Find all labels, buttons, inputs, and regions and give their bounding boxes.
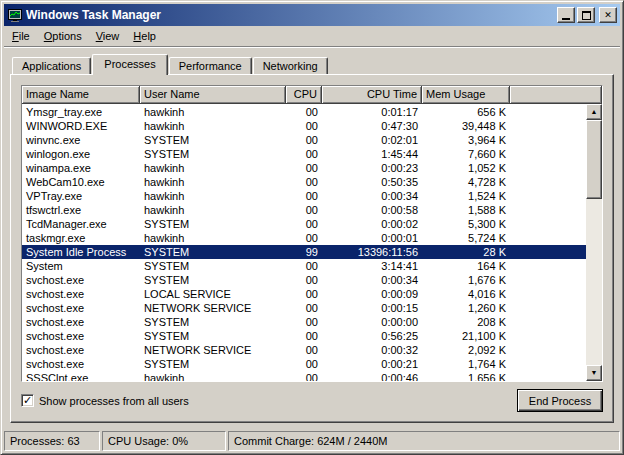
titlebar[interactable]: Windows Task Manager ✕ <box>4 4 620 26</box>
scroll-track[interactable] <box>586 120 602 365</box>
menu-view[interactable]: View <box>89 27 127 45</box>
row-filler <box>510 175 586 189</box>
column-header-mem-usage[interactable]: Mem Usage <box>422 86 510 104</box>
process-mem-usage: 164 K <box>422 259 510 273</box>
task-manager-icon <box>8 8 22 22</box>
process-row[interactable]: svchost.exe NETWORK SERVICE 00 0:00:15 1… <box>22 301 586 315</box>
menu-help[interactable]: Help <box>126 27 163 45</box>
column-header-cpu-time[interactable]: CPU Time <box>322 86 422 104</box>
tab-performance[interactable]: Performance <box>169 57 252 74</box>
menu-bar: File Options View Help <box>4 26 620 46</box>
tab-networking[interactable]: Networking <box>253 57 328 74</box>
column-header-image-name[interactable]: Image Name <box>22 86 140 104</box>
menu-separator <box>4 46 620 48</box>
process-row[interactable]: svchost.exe NETWORK SERVICE 00 0:00:32 2… <box>22 343 586 357</box>
tab-applications[interactable]: Applications <box>12 57 91 74</box>
process-row[interactable]: svchost.exe SYSTEM 00 0:00:21 1,764 K <box>22 357 586 371</box>
process-user-name: SYSTEM <box>140 357 286 371</box>
process-cpu: 00 <box>286 259 322 273</box>
minimize-icon <box>562 18 570 20</box>
process-row[interactable]: VPTray.exe hawkinh 00 0:00:34 1,524 K <box>22 189 586 203</box>
process-user-name: SYSTEM <box>140 273 286 287</box>
process-image-name: svchost.exe <box>22 273 140 287</box>
process-cpu: 00 <box>286 301 322 315</box>
process-mem-usage: 5,724 K <box>422 231 510 245</box>
process-user-name: SYSTEM <box>140 147 286 161</box>
process-mem-usage: 1,764 K <box>422 357 510 371</box>
process-mem-usage: 1,676 K <box>422 273 510 287</box>
process-cpu-time: 0:00:58 <box>322 203 422 217</box>
column-header-cpu[interactable]: CPU <box>286 86 322 104</box>
process-cpu-time: 0:50:35 <box>322 175 422 189</box>
process-user-name: SYSTEM <box>140 315 286 329</box>
process-cpu-time: 0:00:15 <box>322 301 422 315</box>
status-bar: Processes: 63 CPU Usage: 0% Commit Charg… <box>4 431 620 451</box>
process-row[interactable]: svchost.exe SYSTEM 00 0:00:34 1,676 K <box>22 273 586 287</box>
process-row[interactable]: winlogon.exe SYSTEM 00 1:45:44 7,660 K <box>22 147 586 161</box>
show-all-users-checkbox[interactable]: ✓ <box>21 394 34 407</box>
process-row[interactable]: WINWORD.EXE hawkinh 00 0:47:30 39,448 K <box>22 119 586 133</box>
process-cpu: 00 <box>286 315 322 329</box>
process-row[interactable]: winvnc.exe SYSTEM 00 0:02:01 3,964 K <box>22 133 586 147</box>
process-user-name: hawkinh <box>140 231 286 245</box>
scroll-down-button[interactable]: ▼ <box>586 365 602 381</box>
process-mem-usage: 28 K <box>422 245 510 259</box>
process-user-name: SYSTEM <box>140 133 286 147</box>
show-all-users-label[interactable]: Show processes from all users <box>39 395 189 407</box>
process-row[interactable]: svchost.exe SYSTEM 00 0:00:00 208 K <box>22 315 586 329</box>
task-manager-window: Windows Task Manager ✕ File Options View… <box>0 0 624 455</box>
process-row[interactable]: taskmgr.exe hawkinh 00 0:00:01 5,724 K <box>22 231 586 245</box>
process-row[interactable]: tfswctrl.exe hawkinh 00 0:00:58 1,588 K <box>22 203 586 217</box>
close-button[interactable]: ✕ <box>599 7 617 23</box>
row-filler <box>510 203 586 217</box>
process-row[interactable]: SSSClnt.exe hawkinh 00 0:00:46 1,656 K <box>22 371 586 381</box>
process-user-name: NETWORK SERVICE <box>140 343 286 357</box>
process-mem-usage: 5,300 K <box>422 217 510 231</box>
process-cpu-time: 0:47:30 <box>322 119 422 133</box>
scroll-up-button[interactable]: ▲ <box>586 104 602 120</box>
footer-bar: ✓ Show processes from all users End Proc… <box>21 389 603 412</box>
maximize-button[interactable] <box>577 7 595 23</box>
process-cpu: 00 <box>286 133 322 147</box>
process-cpu-time: 0:56:25 <box>322 329 422 343</box>
process-mem-usage: 4,016 K <box>422 287 510 301</box>
process-image-name: SSSClnt.exe <box>22 371 140 381</box>
menu-options[interactable]: Options <box>37 27 89 45</box>
tab-strip: Applications Processes Performance Netwo… <box>10 53 614 74</box>
process-row[interactable]: svchost.exe SYSTEM 00 0:56:25 21,100 K <box>22 329 586 343</box>
minimize-button[interactable] <box>557 7 575 23</box>
app-icon[interactable] <box>7 7 23 23</box>
menu-file[interactable]: File <box>5 27 37 45</box>
process-cpu: 00 <box>286 287 322 301</box>
process-mem-usage: 1,052 K <box>422 161 510 175</box>
process-cpu-time: 1:45:44 <box>322 147 422 161</box>
process-row[interactable]: System Idle Process SYSTEM 99 13396:11:5… <box>22 245 586 259</box>
process-user-name: hawkinh <box>140 119 286 133</box>
process-image-name: TcdManager.exe <box>22 217 140 231</box>
process-mem-usage: 1,588 K <box>422 203 510 217</box>
process-mem-usage: 7,660 K <box>422 147 510 161</box>
process-cpu: 00 <box>286 329 322 343</box>
process-row[interactable]: winampa.exe hawkinh 00 0:00:23 1,052 K <box>22 161 586 175</box>
process-cpu: 00 <box>286 343 322 357</box>
column-header-user-name[interactable]: User Name <box>140 86 286 104</box>
process-user-name: SYSTEM <box>140 259 286 273</box>
row-filler <box>510 343 586 357</box>
tab-processes[interactable]: Processes <box>92 54 167 75</box>
process-mem-usage: 208 K <box>422 315 510 329</box>
process-cpu-time: 0:00:00 <box>322 315 422 329</box>
row-filler <box>510 231 586 245</box>
process-cpu-time: 0:00:23 <box>322 161 422 175</box>
table-scrollbar[interactable]: ▲ ▼ <box>586 104 602 381</box>
scroll-thumb[interactable] <box>586 120 602 199</box>
process-row[interactable]: System SYSTEM 00 3:14:41 164 K <box>22 259 586 273</box>
process-row[interactable]: Ymsgr_tray.exe hawkinh 00 0:01:17 656 K <box>22 105 586 119</box>
end-process-button[interactable]: End Process <box>517 389 603 412</box>
process-cpu: 00 <box>286 119 322 133</box>
process-cpu: 00 <box>286 357 322 371</box>
process-user-name: SYSTEM <box>140 245 286 259</box>
process-row[interactable]: WebCam10.exe hawkinh 00 0:50:35 4,728 K <box>22 175 586 189</box>
process-row[interactable]: TcdManager.exe SYSTEM 00 0:00:02 5,300 K <box>22 217 586 231</box>
process-image-name: svchost.exe <box>22 301 140 315</box>
process-row[interactable]: svchost.exe LOCAL SERVICE 00 0:00:09 4,0… <box>22 287 586 301</box>
